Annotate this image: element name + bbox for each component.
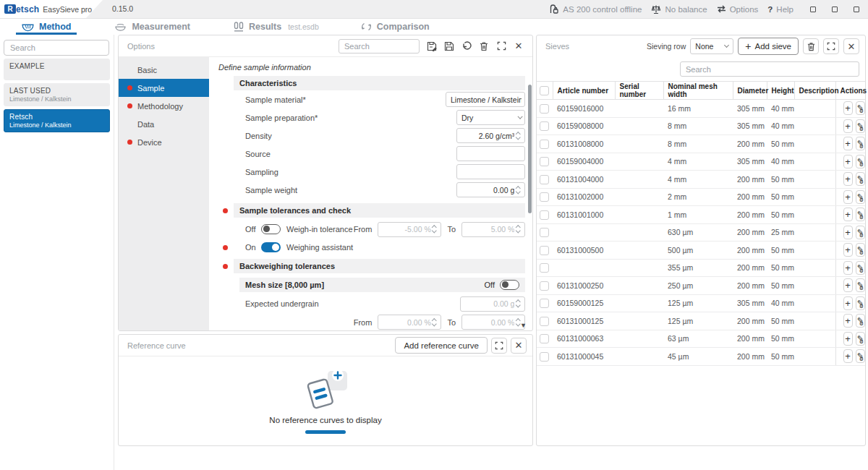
sieving-row-select[interactable]: None (690, 38, 733, 54)
method-group-last-used[interactable]: LAST USED Limestone / Kalkstein (4, 83, 110, 106)
spinner-icon[interactable] (514, 187, 522, 194)
add-sieve-button[interactable]: + Add sieve (738, 38, 799, 55)
close-panel-button[interactable]: ✕ (511, 38, 527, 54)
sampling-input[interactable] (461, 168, 522, 176)
form-scrollbar[interactable] (528, 85, 532, 213)
mesh-size-toggle[interactable] (500, 280, 519, 290)
edit-sieve-button[interactable]: ✎⚙ (856, 314, 865, 328)
save-as-button[interactable] (424, 38, 440, 54)
add-sieve-to-row-button[interactable]: + (843, 314, 853, 328)
undo-button[interactable] (459, 38, 475, 54)
sieves-delete-button[interactable] (803, 38, 819, 54)
sieve-search-input[interactable] (680, 61, 859, 77)
nav-item-data[interactable]: Data (119, 115, 209, 133)
add-sieve-to-row-button[interactable]: + (843, 155, 853, 168)
add-sieve-to-row-button[interactable]: + (843, 190, 853, 204)
sieve-table-row[interactable]: 60131000063 63 µm 200 mm 50 mm + ✎⚙ (537, 330, 865, 348)
edit-sieve-button[interactable]: ✎⚙ (856, 261, 865, 275)
nav-item-basic[interactable]: Basic (119, 61, 209, 79)
edit-sieve-button[interactable]: ✎⚙ (856, 296, 865, 310)
edit-sieve-button[interactable]: ✎⚙ (856, 172, 865, 186)
row-checkbox[interactable] (540, 104, 549, 114)
select-all-checkbox[interactable] (540, 86, 549, 95)
sieve-table-row[interactable]: 60159016000 16 mm 305 mm 40 mm + ✎⚙ (537, 100, 865, 118)
save-button[interactable] (441, 38, 457, 54)
nav-item-sample[interactable]: Sample (119, 79, 209, 97)
sieve-table-row[interactable]: 60131000250 250 µm 200 mm 50 mm + ✎⚙ (537, 277, 865, 295)
add-sieve-to-row-button[interactable]: + (843, 349, 853, 363)
row-checkbox[interactable] (540, 334, 549, 343)
row-checkbox[interactable] (540, 140, 549, 149)
sieve-table-row[interactable]: 60131008000 8 mm 200 mm 50 mm + ✎⚙ (537, 135, 865, 153)
reference-fullscreen-button[interactable] (491, 338, 507, 354)
weigh-in-to-input[interactable] (467, 225, 514, 234)
add-sieve-to-row-button[interactable]: + (843, 137, 853, 150)
density-input[interactable] (461, 132, 514, 140)
tab-results[interactable]: Results test.esdb (234, 19, 319, 35)
sieve-table-row[interactable]: 60131002000 2 mm 200 mm 50 mm + ✎⚙ (537, 188, 865, 206)
edit-sieve-button[interactable]: ✎⚙ (856, 332, 865, 346)
sieve-table-row[interactable]: 60131000045 45 µm 200 mm 50 mm + ✎⚙ (537, 348, 865, 366)
add-sieve-to-row-button[interactable]: + (843, 101, 853, 115)
add-sieve-to-row-button[interactable]: + (843, 226, 853, 239)
row-checkbox[interactable] (540, 210, 549, 220)
sample-preparation-select[interactable] (456, 110, 525, 125)
row-checkbox[interactable] (540, 246, 549, 255)
fullscreen-button[interactable] (493, 38, 509, 54)
sieve-table-row[interactable]: 630 µm 200 mm 25 mm + ✎⚙ (537, 223, 865, 242)
add-sieve-to-row-button[interactable]: + (843, 296, 853, 310)
row-checkbox[interactable] (540, 121, 549, 131)
method-group-retsch-selected[interactable]: Retsch Limestone / Kalkstein (4, 109, 110, 132)
device-status[interactable]: AS 200 control offline (549, 4, 642, 14)
sample-weight-input[interactable] (461, 186, 514, 195)
add-sieve-to-row-button[interactable]: + (843, 332, 853, 346)
tab-method[interactable]: Method (22, 19, 71, 35)
add-sieve-to-row-button[interactable]: + (843, 243, 853, 257)
weighing-assistant-toggle[interactable] (261, 242, 281, 252)
sieve-table-row[interactable]: 60131000125 125 µm 200 mm 50 mm + ✎⚙ (537, 312, 865, 330)
row-checkbox[interactable] (540, 157, 549, 166)
nav-item-device[interactable]: Device (119, 133, 209, 151)
edit-sieve-button[interactable]: ✎⚙ (856, 226, 865, 239)
row-checkbox[interactable] (540, 299, 549, 308)
reference-close-button[interactable]: ✕ (511, 338, 527, 354)
weigh-in-tolerance-toggle[interactable] (261, 224, 281, 234)
add-sieve-to-row-button[interactable]: + (843, 172, 853, 186)
method-group-example[interactable]: EXAMPLE (4, 59, 110, 80)
row-checkbox[interactable] (540, 317, 549, 326)
undergrain-input[interactable] (465, 299, 514, 308)
edit-sieve-button[interactable]: ✎⚙ (856, 243, 865, 257)
tab-comparison[interactable]: Comparison (361, 19, 430, 35)
balance-status[interactable]: No balance (651, 4, 707, 14)
weigh-in-from-input[interactable] (383, 225, 430, 234)
row-checkbox[interactable] (540, 263, 549, 273)
add-sieve-to-row-button[interactable]: + (843, 208, 853, 221)
sieve-table-row[interactable]: 60131001000 1 mm 200 mm 50 mm + ✎⚙ (537, 206, 865, 224)
scroll-down-indicator[interactable]: ▼ (520, 322, 527, 329)
tab-measurement[interactable]: Measurement (114, 19, 190, 35)
delete-button[interactable] (476, 38, 492, 54)
add-reference-curve-button[interactable]: Add reference curve (395, 337, 488, 354)
add-sieve-to-row-button[interactable]: + (843, 119, 853, 133)
method-search-input[interactable] (4, 40, 109, 56)
sieves-close-button[interactable]: ✕ (843, 38, 859, 54)
close-window-button[interactable] (854, 7, 859, 12)
source-input[interactable] (461, 150, 522, 158)
edit-sieve-button[interactable]: ✎⚙ (856, 101, 865, 115)
options-search-input[interactable] (339, 39, 420, 54)
sample-material-input[interactable] (451, 95, 522, 104)
sieve-table-row[interactable]: 60159004000 4 mm 305 mm 40 mm + ✎⚙ (537, 153, 865, 171)
minimize-button[interactable] (810, 7, 816, 12)
row-checkbox[interactable] (540, 175, 549, 184)
row-checkbox[interactable] (540, 228, 549, 237)
spinner-icon[interactable] (514, 132, 522, 140)
edit-sieve-button[interactable]: ✎⚙ (856, 155, 865, 168)
sieve-table-row[interactable]: 355 µm 200 mm 50 mm + ✎⚙ (537, 259, 865, 277)
sieve-table-row[interactable]: 60131000500 500 µm 200 mm 50 mm + ✎⚙ (537, 242, 865, 260)
nav-item-methodology[interactable]: Methodology (119, 97, 209, 115)
edit-sieve-button[interactable]: ✎⚙ (856, 137, 865, 150)
edit-sieve-button[interactable]: ✎⚙ (856, 119, 865, 133)
edit-sieve-button[interactable]: ✎⚙ (856, 278, 865, 292)
maximize-button[interactable] (832, 7, 838, 12)
add-sieve-to-row-button[interactable]: + (843, 261, 853, 275)
